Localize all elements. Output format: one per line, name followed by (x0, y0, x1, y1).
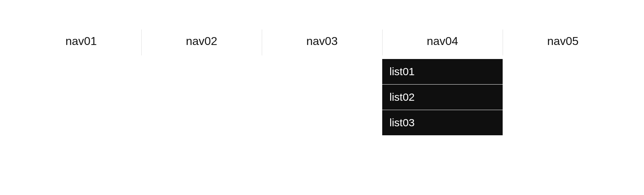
nav-item-04[interactable]: nav04 list01 list02 list03 (382, 32, 503, 59)
nav-label: nav03 (306, 32, 338, 59)
dropdown-item-02[interactable]: list02 (382, 85, 503, 110)
nav-label: nav04 (427, 32, 458, 59)
nav-item-05[interactable]: nav05 (503, 32, 623, 59)
dropdown-item-03[interactable]: list03 (382, 110, 503, 135)
nav-item-02[interactable]: nav02 (141, 32, 262, 59)
dropdown-item-label: list01 (389, 65, 415, 77)
dropdown-item-label: list02 (389, 91, 415, 103)
nav-item-03[interactable]: nav03 (262, 32, 382, 59)
dropdown-item-01[interactable]: list01 (382, 59, 503, 85)
nav-label: nav01 (65, 32, 97, 59)
nav-label: nav05 (547, 32, 578, 59)
nav-item-01[interactable]: nav01 (21, 32, 141, 59)
dropdown-item-label: list03 (389, 117, 415, 128)
nav-bar: nav01 nav02 nav03 nav04 list01 list02 li… (0, 0, 644, 59)
nav-label: nav02 (186, 32, 217, 59)
dropdown-menu: list01 list02 list03 (382, 59, 503, 135)
